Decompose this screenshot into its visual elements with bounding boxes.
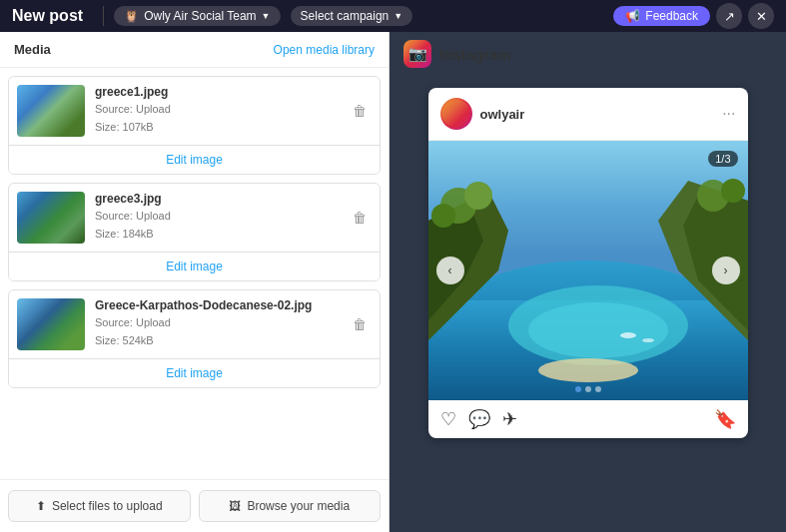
greece-scene-svg <box>428 141 748 400</box>
ig-image-container: 1/3 ‹ › <box>428 141 748 400</box>
ig-post-header: owlyair ··· <box>428 88 748 141</box>
ig-actions: ♡ 💬 ✈ 🔖 <box>428 400 748 438</box>
save-icon[interactable]: 🔖 <box>714 408 736 430</box>
delete-media-button[interactable]: 🗑 <box>348 312 372 336</box>
svg-point-10 <box>431 204 455 228</box>
browse-media-label: Browse your media <box>247 499 350 513</box>
open-media-library-link[interactable]: Open media library <box>274 43 375 57</box>
right-panel: 📷 Instagram owlyair ··· <box>390 32 786 532</box>
media-info: greece3.jpg Source: Upload Size: 184kB <box>95 192 338 243</box>
browse-icon: 🖼 <box>229 499 241 513</box>
upload-icon: ⬆ <box>36 499 46 513</box>
image-dot-3 <box>595 386 601 392</box>
left-panel: Media Open media library greece1.jpeg So… <box>0 32 390 532</box>
platform-header: 📷 Instagram <box>390 32 786 76</box>
arrow-icon: ↗ <box>724 9 735 24</box>
like-icon[interactable]: ♡ <box>440 408 456 430</box>
avatar <box>440 98 472 130</box>
instagram-logo: 📷 <box>403 40 431 68</box>
media-size: Size: 524kB <box>95 332 338 350</box>
delete-media-button[interactable]: 🗑 <box>348 206 372 230</box>
edit-image-button[interactable]: Edit image <box>9 358 380 387</box>
svg-point-14 <box>538 358 638 382</box>
media-item-row: Greece-Karpathos-Dodecanese-02.jpg Sourc… <box>9 290 380 358</box>
media-info: Greece-Karpathos-Dodecanese-02.jpg Sourc… <box>95 298 338 349</box>
team-label: Owly Air Social Team <box>144 9 256 23</box>
media-source: Source: Upload <box>95 208 338 226</box>
image-prev-button[interactable]: ‹ <box>436 257 464 284</box>
image-dot-1 <box>575 386 581 392</box>
header-right: 📢 Feedback ↗ ✕ <box>613 3 774 29</box>
campaign-chevron-icon: ▼ <box>393 11 402 21</box>
media-size: Size: 184kB <box>95 226 338 244</box>
media-item-row: greece3.jpg Source: Upload Size: 184kB 🗑 <box>9 184 380 252</box>
media-item: Greece-Karpathos-Dodecanese-02.jpg Sourc… <box>8 289 381 388</box>
arrow-button[interactable]: ↗ <box>716 3 742 29</box>
image-dot-2 <box>585 386 591 392</box>
svg-point-11 <box>464 182 492 210</box>
image-counter-badge: 1/3 <box>708 151 737 167</box>
team-chevron-icon: ▼ <box>262 11 271 21</box>
image-dots <box>575 386 601 392</box>
close-button[interactable]: ✕ <box>748 3 774 29</box>
campaign-selector-button[interactable]: Select campaign ▼ <box>291 6 413 26</box>
select-files-button[interactable]: ⬆ Select files to upload <box>8 490 191 522</box>
media-source: Source: Upload <box>95 101 338 119</box>
team-selector-button[interactable]: 🦉 Owly Air Social Team ▼ <box>114 6 280 26</box>
media-item: greece1.jpeg Source: Upload Size: 107kB … <box>8 76 381 175</box>
header: New post 🦉 Owly Air Social Team ▼ Select… <box>0 0 786 32</box>
media-thumbnail <box>17 298 85 350</box>
feedback-button[interactable]: 📢 Feedback <box>613 6 710 26</box>
svg-point-4 <box>528 302 668 358</box>
edit-image-button[interactable]: Edit image <box>9 252 380 280</box>
share-icon[interactable]: ✈ <box>502 408 517 430</box>
media-list: greece1.jpeg Source: Upload Size: 107kB … <box>0 68 389 479</box>
media-thumbnail <box>17 192 85 244</box>
instagram-preview: owlyair ··· <box>390 76 786 532</box>
svg-point-16 <box>642 338 654 342</box>
svg-point-15 <box>620 332 636 338</box>
header-divider <box>103 6 104 26</box>
media-item-row: greece1.jpeg Source: Upload Size: 107kB … <box>9 77 380 145</box>
select-files-label: Select files to upload <box>52 499 163 513</box>
close-icon: ✕ <box>756 9 767 24</box>
feedback-label: Feedback <box>645 9 698 23</box>
media-filename: Greece-Karpathos-Dodecanese-02.jpg <box>95 298 338 312</box>
campaign-label: Select campaign <box>301 9 390 23</box>
browse-media-button[interactable]: 🖼 Browse your media <box>199 490 382 522</box>
instagram-icon: 📷 <box>408 45 427 63</box>
upload-row: ⬆ Select files to upload 🖼 Browse your m… <box>0 479 389 532</box>
main-content: Media Open media library greece1.jpeg So… <box>0 32 786 532</box>
media-item: greece3.jpg Source: Upload Size: 184kB 🗑… <box>8 183 381 281</box>
image-next-button[interactable]: › <box>712 257 740 284</box>
media-size: Size: 107kB <box>95 119 338 137</box>
ig-username: owlyair <box>480 107 723 122</box>
ig-more-options-icon[interactable]: ··· <box>722 105 735 123</box>
svg-point-13 <box>721 179 745 203</box>
media-source: Source: Upload <box>95 314 338 332</box>
feedback-icon: 📢 <box>625 9 640 23</box>
page-title: New post <box>12 7 83 25</box>
avatar-inner <box>442 100 470 128</box>
ig-image-visual <box>428 141 748 400</box>
media-header: Media Open media library <box>0 32 389 68</box>
edit-image-button[interactable]: Edit image <box>9 145 380 174</box>
team-icon: 🦉 <box>124 9 139 23</box>
media-filename: greece1.jpeg <box>95 85 338 99</box>
ig-image <box>428 141 748 400</box>
comment-icon[interactable]: 💬 <box>468 408 490 430</box>
media-title: Media <box>14 42 51 57</box>
media-filename: greece3.jpg <box>95 192 338 206</box>
media-info: greece1.jpeg Source: Upload Size: 107kB <box>95 85 338 136</box>
delete-media-button[interactable]: 🗑 <box>348 99 372 123</box>
platform-name: Instagram <box>439 46 511 63</box>
media-thumbnail <box>17 85 85 137</box>
instagram-card: owlyair ··· <box>428 88 748 438</box>
